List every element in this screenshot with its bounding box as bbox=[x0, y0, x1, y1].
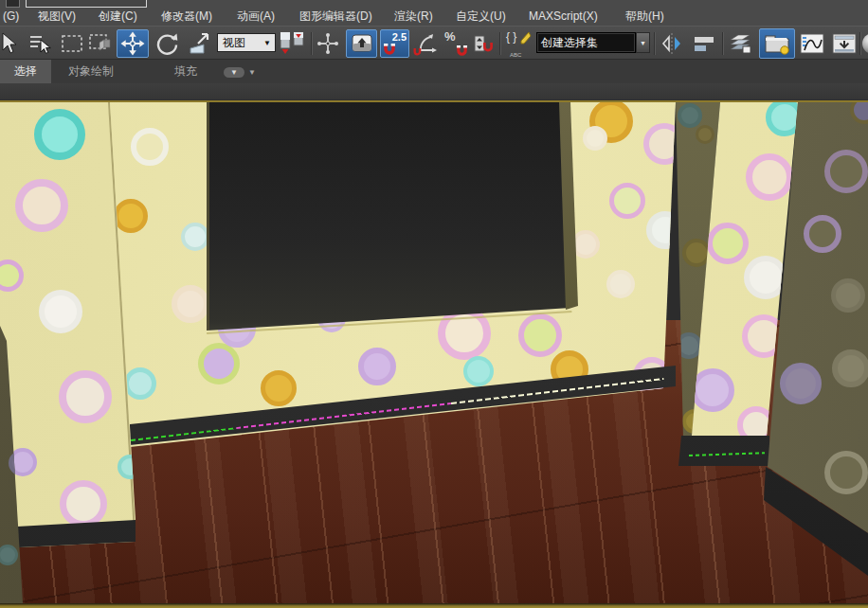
menu-modifiers[interactable]: 修改器(M) bbox=[161, 8, 212, 26]
wallpaper-dot bbox=[39, 290, 82, 333]
layers-icon bbox=[727, 31, 753, 56]
menu-graph-editors[interactable]: 图形编辑器(D) bbox=[299, 8, 372, 26]
wallpaper-dot bbox=[678, 103, 702, 128]
ribbon-tab-bar: 选择 对象绘制 填充 ▼ ▼ bbox=[0, 59, 868, 83]
snap-toggle-button[interactable]: 2.5 bbox=[380, 29, 409, 58]
scene-explorer-toggle[interactable] bbox=[759, 28, 795, 59]
wallpaper-dot bbox=[463, 356, 494, 386]
angle-snap-toggle[interactable] bbox=[411, 29, 440, 58]
menu-group-partial[interactable]: (G) bbox=[3, 8, 19, 26]
titlebar-fragment bbox=[0, 0, 868, 8]
wallpaper-dot bbox=[804, 215, 841, 253]
curve-editor-button[interactable] bbox=[798, 29, 826, 58]
app-icon bbox=[6, 0, 20, 8]
tab-object-paint[interactable]: 对象绘制 bbox=[61, 60, 121, 84]
spinner-snap-icon bbox=[472, 31, 497, 56]
reference-coordinate-value: 视图 bbox=[223, 35, 245, 51]
menu-customize[interactable]: 自定义(U) bbox=[456, 8, 506, 26]
select-by-name-button[interactable] bbox=[26, 29, 54, 58]
select-and-scale-button[interactable] bbox=[185, 29, 213, 58]
braces-glyph: { } bbox=[506, 30, 516, 44]
align-button[interactable] bbox=[690, 29, 718, 58]
reference-coordinate-dropdown[interactable]: 视图 ▼ bbox=[217, 33, 276, 52]
select-object-button[interactable] bbox=[0, 29, 20, 58]
quick-access-box bbox=[26, 0, 147, 8]
schematic-view-icon bbox=[831, 31, 858, 56]
wallpaper-dot bbox=[850, 102, 868, 124]
wallpaper-dot bbox=[34, 109, 85, 160]
menu-create[interactable]: 创建(C) bbox=[99, 8, 137, 26]
toolbar-separator bbox=[722, 32, 724, 55]
wallpaper-dot bbox=[824, 451, 868, 494]
3dsmax-window: (G) 视图(V) 创建(C) 修改器(M) 动画(A) 图形编辑器(D) 渲染… bbox=[0, 0, 868, 608]
align-icon bbox=[692, 31, 716, 56]
menu-views[interactable]: 视图(V) bbox=[38, 8, 76, 26]
wallpaper-dot bbox=[824, 150, 868, 193]
wallpaper-dot bbox=[518, 313, 562, 357]
chevron-down-icon: ▼ bbox=[230, 69, 238, 77]
menu-help[interactable]: 帮助(H) bbox=[625, 8, 664, 26]
keyboard-override-toggle[interactable] bbox=[346, 29, 377, 58]
select-and-move-button[interactable] bbox=[117, 29, 149, 58]
curve-editor-icon bbox=[799, 31, 825, 56]
ribbon-minimize-button[interactable]: ▼ bbox=[224, 67, 244, 78]
wallpaper-dot bbox=[358, 348, 396, 385]
menu-maxscript[interactable]: MAXScript(X) bbox=[529, 8, 598, 26]
ribbon-options-caret[interactable]: ▼ bbox=[248, 68, 256, 77]
mirror-button[interactable] bbox=[658, 29, 686, 58]
viewport-3d[interactable] bbox=[0, 83, 868, 608]
wallpaper-dot bbox=[181, 223, 209, 251]
wallpaper-dot bbox=[831, 278, 865, 313]
wallpaper-dot bbox=[707, 223, 749, 264]
wallpaper-dot bbox=[15, 179, 68, 232]
tab-populate[interactable]: 填充 bbox=[163, 60, 208, 84]
manipulate-icon bbox=[316, 31, 340, 56]
select-and-rotate-button[interactable] bbox=[153, 29, 181, 58]
percent-snap-toggle[interactable]: % bbox=[442, 29, 468, 58]
wall-recess-niche[interactable] bbox=[207, 102, 570, 331]
wallpaper-dot bbox=[124, 367, 156, 400]
wallpaper-dot bbox=[832, 349, 868, 387]
angle-snap-icon bbox=[412, 31, 439, 56]
toolbar-separator bbox=[859, 32, 861, 55]
wallpaper-dot bbox=[744, 256, 787, 299]
selection-set-value: 创建选择集 bbox=[536, 32, 636, 53]
wallpaper-dot bbox=[780, 363, 822, 404]
scale-icon bbox=[187, 31, 211, 56]
use-pivot-point-center-button[interactable] bbox=[278, 29, 308, 58]
wallpaper-dot bbox=[606, 270, 635, 298]
magnet-icon bbox=[383, 44, 396, 56]
selection-region-icon bbox=[60, 31, 84, 56]
schematic-view-button[interactable] bbox=[830, 29, 859, 58]
spinner-snap-toggle[interactable] bbox=[470, 29, 498, 58]
material-editor-button[interactable] bbox=[862, 33, 868, 54]
manage-layers-button[interactable] bbox=[726, 29, 754, 58]
menu-bar: (G) 视图(V) 创建(C) 修改器(M) 动画(A) 图形编辑器(D) 渲染… bbox=[0, 8, 868, 26]
wallpaper-dot bbox=[131, 128, 169, 166]
window-crossing-icon bbox=[88, 31, 113, 56]
menu-rendering[interactable]: 渲染(R) bbox=[394, 8, 433, 26]
select-and-manipulate-button[interactable] bbox=[314, 29, 342, 58]
menu-animation[interactable]: 动画(A) bbox=[237, 8, 275, 26]
wallpaper-dot bbox=[114, 199, 148, 233]
wallpaper-dot bbox=[583, 126, 607, 151]
wallpaper-dot bbox=[609, 183, 645, 219]
chevron-down-icon: ▼ bbox=[263, 39, 271, 47]
main-toolbar: 视图 ▼ 2.5 % { } ABC bbox=[0, 26, 868, 59]
perspective-scene[interactable] bbox=[0, 102, 868, 603]
wallpaper-dot bbox=[0, 545, 18, 565]
rectangular-selection-button[interactable] bbox=[58, 29, 86, 58]
wallpaper-dot bbox=[60, 480, 107, 528]
wallpaper-dot bbox=[682, 239, 711, 267]
cursor-icon bbox=[0, 31, 18, 56]
wallpaper-dot bbox=[746, 153, 793, 201]
folder-icon bbox=[763, 31, 791, 56]
abc-caption: ABC bbox=[510, 52, 521, 58]
toolbar-separator bbox=[499, 32, 501, 55]
percent-glyph: % bbox=[444, 29, 456, 44]
window-crossing-button[interactable] bbox=[86, 29, 115, 58]
named-selection-set-dropdown[interactable]: 创建选择集 ▼ bbox=[536, 32, 650, 53]
tab-selection[interactable]: 选择 bbox=[0, 60, 51, 84]
edit-named-selection-sets-button[interactable]: { } ABC bbox=[504, 29, 533, 58]
magnet-icon bbox=[456, 45, 468, 57]
